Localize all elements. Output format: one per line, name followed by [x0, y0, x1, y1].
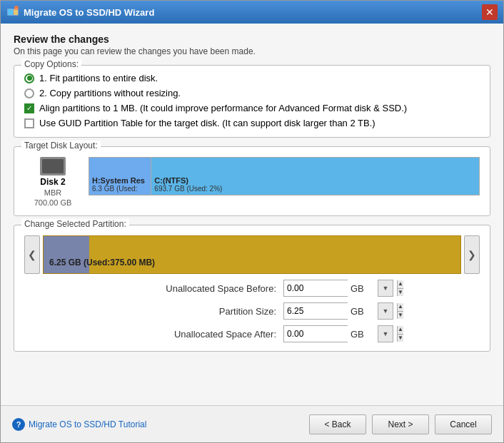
- back-button-label: < Back: [324, 419, 351, 429]
- dropdown-icon-1: ▼: [383, 285, 389, 292]
- copy-options-section: Copy Options: 1. Fit partitions to entir…: [14, 65, 490, 138]
- unallocated-before-input-wrap: ▲ ▼: [283, 280, 348, 297]
- option1-row: 1. Fit partitions to entire disk.: [24, 73, 480, 83]
- disk-size: 700.00 GB: [34, 198, 72, 207]
- unallocated-before-label: Unallocated Space Before:: [141, 283, 283, 294]
- partition-ntfs[interactable]: C:(NTFS) 693.7 GB (Used: 2%): [151, 158, 479, 195]
- option3-label: Align partitions to 1 MB. (It could impr…: [39, 103, 407, 113]
- option4-row: Use GUID Partition Table for the target …: [24, 118, 480, 128]
- disk-layout: Disk 2 MBR 700.00 GB H:System Res 6.3 GB…: [24, 157, 480, 207]
- option2-label: 2. Copy partitions without resizing.: [39, 88, 181, 98]
- partition-size-spinner: ▲ ▼: [397, 303, 403, 319]
- dropdown-icon-2: ▼: [383, 307, 389, 315]
- window-title: Migrate OS to SSD/HD Wizard: [24, 7, 482, 18]
- disk-icon: [40, 157, 66, 175]
- unallocated-after-input-wrap: ▲ ▼: [283, 325, 348, 342]
- unallocated-before-spinner: ▲ ▼: [397, 280, 403, 296]
- page-heading: Review the changes On this page you can …: [14, 34, 490, 56]
- partition-system-reserved[interactable]: H:System Res 6.3 GB (Used:: [89, 158, 151, 195]
- partition-display: 6.25 GB (Used:375.00 MB): [43, 235, 461, 274]
- change-partition-section: Change Selected Partition: ❮ 6.25 GB (Us…: [14, 225, 490, 352]
- option1-radio[interactable]: [24, 73, 34, 83]
- help-icon: ?: [12, 418, 25, 431]
- partition-bar: H:System Res 6.3 GB (Used: C:(NTFS) 693.…: [89, 157, 480, 195]
- cancel-button-label: Cancel: [450, 419, 476, 429]
- next-button-label: Next >: [388, 419, 413, 429]
- target-disk-section: Target Disk Layout: Disk 2 MBR 700.00 GB…: [14, 146, 490, 216]
- unallocated-after-up[interactable]: ▲: [398, 326, 403, 335]
- unit-gb-1: GB: [348, 283, 376, 294]
- change-partition-label: Change Selected Partition:: [21, 219, 129, 229]
- partition-fill-bar: [44, 236, 89, 273]
- unallocated-before-down[interactable]: ▼: [398, 289, 403, 297]
- svg-rect-1: [8, 9, 13, 15]
- next-button[interactable]: Next >: [372, 414, 429, 434]
- footer-buttons: < Back Next > Cancel: [309, 414, 492, 434]
- disk-name: Disk 2: [40, 177, 65, 187]
- disk-info: Disk 2 MBR 700.00 GB: [24, 157, 81, 207]
- footer: ? Migrate OS to SSD/HD Tutorial < Back N…: [1, 405, 503, 442]
- partition-visual-row: ❮ 6.25 GB (Used:375.00 MB) ❯: [24, 235, 480, 274]
- target-disk-label: Target Disk Layout:: [21, 141, 101, 151]
- arrow-left-icon: ❮: [28, 249, 36, 260]
- partition-size-input-wrap: ▲ ▼: [283, 302, 348, 320]
- partition-size-label: 6.25 GB (Used:375.00 MB): [49, 258, 155, 268]
- partition1-label: H:System Res: [92, 176, 148, 185]
- next-arrow-button[interactable]: ❯: [464, 235, 480, 274]
- partition-size-up[interactable]: ▲: [398, 303, 403, 312]
- content-area: Review the changes On this page you can …: [1, 24, 503, 405]
- main-window: ! Migrate OS to SSD/HD Wizard ✕ Review t…: [0, 0, 504, 443]
- copy-options-label: Copy Options:: [21, 59, 81, 69]
- back-button[interactable]: < Back: [309, 414, 366, 434]
- prev-arrow-button[interactable]: ❮: [24, 235, 40, 274]
- unit-dropdown-1[interactable]: ▼: [378, 280, 393, 297]
- unit-dropdown-3[interactable]: ▼: [378, 325, 393, 342]
- option2-radio[interactable]: [24, 88, 34, 98]
- partition2-label: C:(NTFS): [154, 176, 476, 185]
- partition-editor: ❮ 6.25 GB (Used:375.00 MB) ❯ Unallocated…: [24, 235, 480, 342]
- close-button[interactable]: ✕: [482, 4, 498, 20]
- option2-row: 2. Copy partitions without resizing.: [24, 88, 480, 98]
- cancel-button[interactable]: Cancel: [435, 414, 492, 434]
- unallocated-after-label: Unallocated Space After:: [141, 329, 283, 340]
- option1-label: 1. Fit partitions to entire disk.: [39, 73, 158, 83]
- arrow-right-icon: ❯: [468, 249, 476, 260]
- option3-row: Align partitions to 1 MB. (It could impr…: [24, 103, 480, 113]
- partition1-detail: 6.3 GB (Used:: [92, 185, 148, 193]
- option4-label: Use GUID Partition Table for the target …: [39, 118, 376, 128]
- page-subtitle: On this page you can review the changes …: [14, 46, 490, 56]
- partition-size-down[interactable]: ▼: [398, 312, 403, 320]
- option3-checkbox[interactable]: [24, 103, 34, 113]
- dropdown-icon-3: ▼: [383, 330, 389, 337]
- app-icon: !: [6, 6, 19, 19]
- unit-dropdown-2[interactable]: ▼: [378, 302, 393, 320]
- tutorial-link[interactable]: ? Migrate OS to SSD/HD Tutorial: [12, 418, 146, 431]
- disk-type: MBR: [44, 188, 61, 197]
- page-title: Review the changes: [14, 34, 490, 45]
- partition2-detail: 693.7 GB (Used: 2%): [154, 185, 476, 193]
- svg-text:!: !: [16, 7, 16, 11]
- partition-size-field-label: Partition Size:: [141, 306, 283, 317]
- partition-fields: Unallocated Space Before: ▲ ▼ GB ▼ Parti…: [112, 280, 392, 342]
- unallocated-after-down[interactable]: ▼: [398, 335, 403, 342]
- unallocated-after-spinner: ▲ ▼: [397, 326, 403, 342]
- unit-gb-2: GB: [348, 306, 376, 317]
- title-bar: ! Migrate OS to SSD/HD Wizard ✕: [1, 1, 503, 24]
- option4-checkbox[interactable]: [24, 118, 34, 128]
- unallocated-before-up[interactable]: ▲: [398, 280, 403, 289]
- tutorial-link-text: Migrate OS to SSD/HD Tutorial: [29, 419, 146, 429]
- unit-gb-3: GB: [348, 329, 376, 340]
